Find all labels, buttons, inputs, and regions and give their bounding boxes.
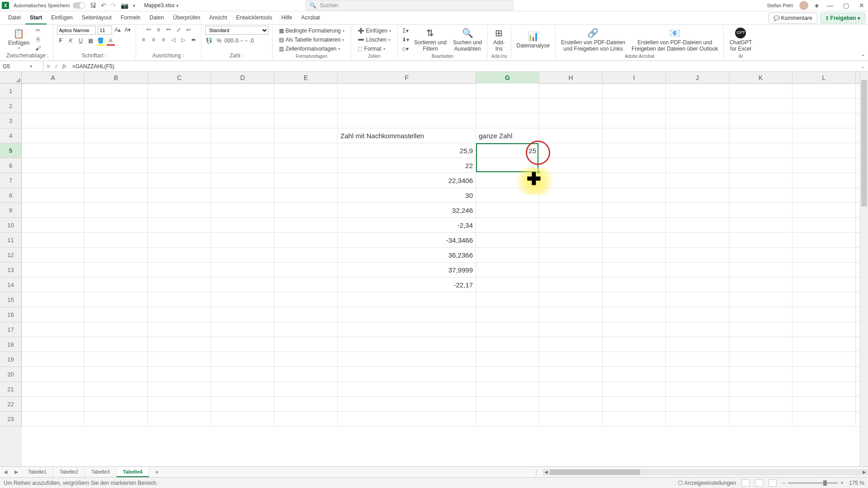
cell-B2[interactable] [85, 99, 148, 113]
cell-A11[interactable] [22, 233, 85, 248]
cell-E15[interactable] [274, 292, 338, 307]
row-header-22[interactable]: 22 [0, 397, 22, 412]
cell-L15[interactable] [793, 292, 856, 307]
maximize-button[interactable]: ▢ [841, 2, 851, 9]
cell-C10[interactable] [148, 218, 211, 233]
menu-tab-datei[interactable]: Datei [4, 12, 25, 24]
sort-filter-button[interactable]: ⇅Sortieren und Filtern [412, 27, 448, 53]
cell-L1[interactable] [793, 84, 856, 99]
menu-tab-einfügen[interactable]: Einfügen [47, 12, 77, 24]
cell-J16[interactable] [666, 307, 729, 322]
cell-E14[interactable] [274, 277, 338, 292]
cell-H23[interactable] [539, 412, 603, 427]
cell-F3[interactable] [338, 113, 476, 128]
cell-D5[interactable] [211, 143, 274, 158]
cell-K1[interactable] [729, 84, 793, 99]
cell-D15[interactable] [211, 292, 274, 307]
cell-J19[interactable] [666, 352, 729, 367]
search-box[interactable]: 🔍 Suchen [306, 0, 514, 10]
cell-G14[interactable] [476, 277, 539, 292]
format-cells-button[interactable]: ⬚Format▾ [355, 45, 394, 53]
cell-E12[interactable] [274, 248, 338, 263]
decrease-decimal-icon[interactable]: ←.0 [245, 37, 253, 45]
cell-F19[interactable] [338, 352, 476, 367]
cell-G8[interactable] [476, 188, 539, 203]
cell-H12[interactable] [539, 248, 603, 263]
cell-C8[interactable] [148, 188, 211, 203]
page-break-view-button[interactable] [769, 479, 777, 487]
cell-I5[interactable] [603, 143, 666, 158]
cell-B10[interactable] [85, 218, 148, 233]
increase-decimal-icon[interactable]: .0→ [235, 37, 243, 45]
cell-E20[interactable] [274, 367, 338, 382]
cell-F11[interactable]: -34,3466 [338, 233, 476, 248]
underline-icon[interactable]: U [77, 37, 85, 45]
row-header-7[interactable]: 7 [0, 173, 22, 188]
cell-I7[interactable] [603, 173, 666, 188]
decrease-indent-icon[interactable]: ◁ [170, 36, 178, 44]
cell-E5[interactable] [274, 143, 338, 158]
row-header-5[interactable]: 5 [0, 143, 22, 158]
cell-A22[interactable] [22, 397, 85, 412]
cell-L16[interactable] [793, 307, 856, 322]
thousands-icon[interactable]: 000 [225, 37, 233, 45]
fx-icon[interactable]: fx [62, 63, 66, 70]
cell-A13[interactable] [22, 263, 85, 277]
format-painter-icon[interactable]: 🖌 [34, 44, 42, 52]
cell-A3[interactable] [22, 113, 85, 128]
cell-G19[interactable] [476, 352, 539, 367]
delete-cells-button[interactable]: ➖Löschen▾ [355, 36, 394, 44]
cell-B17[interactable] [85, 322, 148, 337]
row-header-3[interactable]: 3 [0, 113, 22, 128]
cell-D7[interactable] [211, 173, 274, 188]
cell-I22[interactable] [603, 397, 666, 412]
cell-I6[interactable] [603, 158, 666, 173]
cancel-formula-icon[interactable]: ✕ [46, 63, 51, 70]
cell-A9[interactable] [22, 203, 85, 218]
cell-D22[interactable] [211, 397, 274, 412]
cell-A5[interactable] [22, 143, 85, 158]
cell-C11[interactable] [148, 233, 211, 248]
cell-L23[interactable] [793, 412, 856, 427]
cell-J3[interactable] [666, 113, 729, 128]
menu-tab-seitenlayout[interactable]: Seitenlayout [77, 12, 116, 24]
cell-K13[interactable] [729, 263, 793, 277]
cell-A23[interactable] [22, 412, 85, 427]
normal-view-button[interactable] [741, 479, 750, 487]
cell-L10[interactable] [793, 218, 856, 233]
cell-F18[interactable] [338, 337, 476, 352]
cell-A15[interactable] [22, 292, 85, 307]
increase-indent-icon[interactable]: ▷ [179, 36, 188, 44]
zoom-slider[interactable]: − + [782, 480, 844, 486]
cell-B6[interactable] [85, 158, 148, 173]
menu-tab-formeln[interactable]: Formeln [116, 12, 145, 24]
menu-tab-überprüfen[interactable]: Überprüfen [169, 12, 205, 24]
cell-K14[interactable] [729, 277, 793, 292]
cell-F4[interactable]: Zahl mit Nachkommastellen [338, 128, 476, 143]
cell-H10[interactable] [539, 218, 603, 233]
cell-L5[interactable] [793, 143, 856, 158]
row-header-23[interactable]: 23 [0, 412, 22, 427]
cell-I3[interactable] [603, 113, 666, 128]
accounting-icon[interactable]: 💱 [205, 37, 213, 45]
cell-J14[interactable] [666, 277, 729, 292]
cell-G5[interactable]: 25 [476, 143, 539, 158]
cell-I16[interactable] [603, 307, 666, 322]
cell-C18[interactable] [148, 337, 211, 352]
menu-tab-acrobat[interactable]: Acrobat [297, 12, 324, 24]
vertical-scrollbar[interactable] [860, 72, 868, 466]
zoom-level[interactable]: 175 % [849, 480, 864, 486]
sheet-nav-prev-icon[interactable]: ◀ [0, 469, 11, 475]
orientation-icon[interactable]: ⤢ [175, 26, 183, 34]
cell-L20[interactable] [793, 367, 856, 382]
cell-B8[interactable] [85, 188, 148, 203]
italic-icon[interactable]: K [67, 37, 75, 45]
row-header-12[interactable]: 12 [0, 248, 22, 263]
align-middle-icon[interactable]: ≡ [155, 26, 163, 34]
cell-G2[interactable] [476, 99, 539, 113]
cell-E16[interactable] [274, 307, 338, 322]
percent-icon[interactable]: % [215, 37, 223, 45]
cell-D1[interactable] [211, 84, 274, 99]
cell-F9[interactable]: 32,246 [338, 203, 476, 218]
cell-H14[interactable] [539, 277, 603, 292]
